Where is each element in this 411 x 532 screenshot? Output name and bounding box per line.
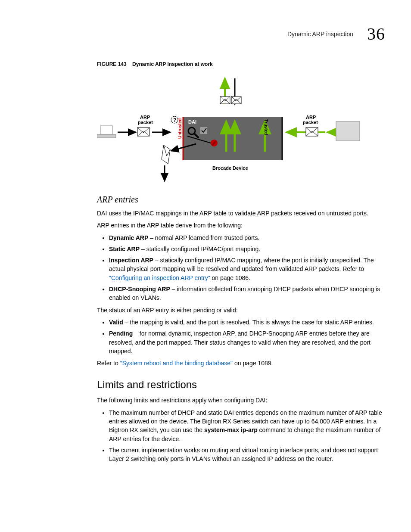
dai-label: DAI (188, 119, 196, 124)
limits-heading: Limits and restrictions (97, 379, 390, 391)
status-list: Valid – the mapping is valid, and the po… (97, 318, 390, 355)
server-icon (336, 121, 360, 141)
figure-caption: FIGURE 143 Dynamic ARP Inspection at wor… (97, 61, 390, 67)
list-item: Pending – for normal dynamic, inspection… (109, 329, 390, 355)
dropped-envelope-icon (162, 145, 170, 164)
list-item: Inspection ARP – statically configured I… (109, 256, 390, 282)
limits-list: The maximum number of DHCP and static DA… (97, 408, 390, 464)
figure-title: Dynamic ARP Inspection at work (132, 61, 213, 67)
chapter-number: 36 (367, 24, 385, 44)
body-text: DAI uses the IP/MAC mappings in the ARP … (97, 209, 390, 218)
body-text: ARP entries in the ARP table derive from… (97, 221, 390, 230)
running-title: Dynamic ARP inspection (287, 31, 353, 37)
list-item: The current implementation works on rout… (109, 446, 390, 464)
xref-link[interactable]: "System reboot and the binding database" (120, 360, 233, 367)
device-label: Brocade Device (212, 165, 248, 171)
list-item: Valid – the mapping is valid, and the po… (109, 318, 390, 327)
body-text: The following limits and restrictions ap… (97, 396, 390, 404)
arp-entries-heading: ARP entries (97, 195, 390, 205)
list-item: Dynamic ARP – normal ARP learned from tr… (109, 233, 390, 242)
arp-packet-right-label: ARPpacket (303, 115, 318, 125)
list-item: The maximum number of DHCP and static DA… (109, 408, 390, 443)
svg-text:?: ? (173, 117, 176, 123)
running-header: Dynamic ARP inspection 36 (26, 24, 385, 44)
arp-packet-left-label: ARPpacket (138, 115, 153, 125)
trusted-label: Trusted (264, 119, 268, 135)
list-item: DHCP-Snooping ARP – information collecte… (109, 285, 390, 302)
body-text: The status of an ARP entry is either pen… (97, 306, 390, 314)
svg-rect-3 (100, 126, 112, 134)
body-text: Refer to "System reboot and the binding … (97, 359, 390, 367)
arp-types-list: Dynamic ARP – normal ARP learned from tr… (97, 233, 390, 302)
untrusted-label: Untrusted (177, 118, 182, 139)
dai-diagram: DAI ARPpacket ? Untrusted (97, 74, 390, 186)
check-icon (200, 127, 207, 134)
svg-rect-4 (97, 134, 116, 138)
computer-icon (97, 126, 116, 138)
main-content: FIGURE 143 Dynamic ARP Inspection at wor… (97, 61, 390, 464)
page: Dynamic ARP inspection 36 FIGURE 143 Dyn… (0, 0, 411, 532)
list-item: Static ARP – statically configured IP/MA… (109, 245, 390, 253)
figure-label: FIGURE 143 (97, 61, 127, 67)
xref-link[interactable]: "Configuring an inspection ARP entry" (109, 274, 210, 281)
